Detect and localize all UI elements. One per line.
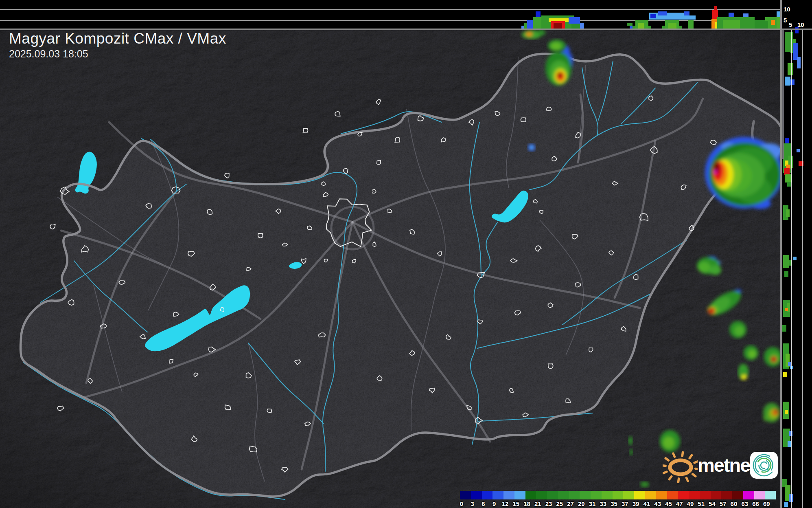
colorbar-cell-39 bbox=[634, 491, 645, 499]
strip-echo-block bbox=[658, 11, 667, 15]
strip-echo-block bbox=[785, 77, 790, 86]
colorbar-cell-43 bbox=[656, 491, 667, 499]
strip-echo-block bbox=[785, 308, 788, 311]
colorbar-cell-18 bbox=[525, 491, 536, 499]
colorbar-tick-57: 57 bbox=[720, 500, 727, 507]
corner-bg bbox=[782, 0, 812, 29]
strip-echo-block bbox=[784, 168, 790, 175]
colorbar-cell-45 bbox=[667, 491, 678, 499]
strip-echo-block bbox=[790, 79, 794, 85]
colorbar-cell-41 bbox=[645, 491, 656, 499]
colorbar-tick-25: 25 bbox=[556, 500, 563, 507]
strip-echo-block bbox=[743, 13, 749, 17]
colorbar-tick-54: 54 bbox=[709, 500, 716, 507]
metnet-app-icon[interactable] bbox=[750, 451, 778, 479]
colorbar-tick-49: 49 bbox=[687, 500, 694, 507]
colorbar-tick-12: 12 bbox=[502, 500, 509, 507]
colorbar-cell-57 bbox=[721, 491, 732, 499]
colorbar-tick-21: 21 bbox=[534, 500, 541, 507]
strip-echo-block bbox=[627, 23, 633, 26]
colorbar-tick-37: 37 bbox=[622, 500, 628, 507]
colorbar-cell-12 bbox=[503, 491, 514, 499]
colorbar-cell-15 bbox=[514, 491, 525, 499]
strip-echo-block bbox=[785, 174, 792, 183]
strip-echo-block bbox=[638, 23, 644, 29]
colorbar-tick-41: 41 bbox=[643, 500, 650, 507]
metnet-logo[interactable]: metnet bbox=[663, 447, 781, 483]
colorbar-tick-47: 47 bbox=[676, 500, 683, 507]
strip-echo-block bbox=[797, 57, 801, 68]
strip-echo-block bbox=[785, 138, 789, 144]
right-strip-edge-bar bbox=[782, 30, 784, 159]
colorbar-cell-66 bbox=[754, 491, 765, 499]
strip-echo-block bbox=[785, 410, 788, 414]
colorbar-cell-54 bbox=[711, 491, 722, 499]
top-axis-5km-label: 5 bbox=[784, 17, 787, 23]
colorbar-cell-37 bbox=[623, 491, 634, 499]
colorbar-cell-51 bbox=[700, 491, 711, 499]
metnet-wordmark: metnet bbox=[698, 454, 755, 476]
colorbar-tick-69: 69 bbox=[763, 500, 770, 507]
colorbar-tick-3: 3 bbox=[471, 500, 474, 507]
strip-echo-block bbox=[788, 362, 791, 366]
colorbar-tick-51: 51 bbox=[698, 500, 705, 507]
top-axis-10km-label: 10 bbox=[784, 6, 790, 12]
dbz-colorbar: 0369121518212325272931333537394143454749… bbox=[460, 491, 776, 507]
strip-echo-block bbox=[723, 20, 740, 29]
colorbar-tick-18: 18 bbox=[523, 500, 530, 507]
colorbar-tick-33: 33 bbox=[600, 500, 607, 507]
colorbar-cell-60 bbox=[732, 491, 743, 499]
colorbar-tick-43: 43 bbox=[654, 500, 661, 507]
colorbar-tick-15: 15 bbox=[512, 500, 519, 507]
colorbar-cell-29 bbox=[580, 491, 591, 499]
colorbar-cell-33 bbox=[602, 491, 613, 499]
colorbar-cell-49 bbox=[689, 491, 700, 499]
sun-icon bbox=[663, 451, 698, 483]
strip-echo-block bbox=[580, 23, 584, 29]
colorbar-tick-31: 31 bbox=[589, 500, 596, 507]
strip-echo-block bbox=[687, 15, 696, 20]
strip-echo-block bbox=[783, 255, 789, 268]
vmax-projection-strips bbox=[0, 0, 812, 508]
strip-echo-block bbox=[788, 441, 791, 447]
strip-echo-block bbox=[777, 17, 780, 29]
colorbar-tick-63: 63 bbox=[741, 500, 748, 507]
strip-echo-block bbox=[793, 257, 797, 260]
strip-echo-block bbox=[784, 502, 788, 507]
strip-echo-block bbox=[787, 182, 791, 187]
strip-echo-block bbox=[712, 10, 718, 19]
colorbar-cell-27 bbox=[569, 491, 580, 499]
colorbar-cell-0 bbox=[460, 491, 471, 499]
strip-echo-block bbox=[688, 20, 694, 29]
colorbar-cell-69 bbox=[765, 491, 776, 499]
strip-echo-block bbox=[571, 24, 580, 29]
strip-echo-block bbox=[569, 17, 580, 24]
strip-echo-block bbox=[533, 17, 541, 29]
colorbar-tick-6: 6 bbox=[482, 500, 485, 507]
strip-echo-block bbox=[777, 11, 780, 17]
colorbar-tick-60: 60 bbox=[731, 500, 738, 507]
colorbar-cell-3 bbox=[471, 491, 482, 499]
strip-echo-block bbox=[788, 63, 793, 75]
colorbar-tick-39: 39 bbox=[633, 500, 639, 507]
strip-echo-block bbox=[554, 23, 562, 29]
colorbar-cell-23 bbox=[547, 491, 558, 499]
strip-echo-block bbox=[771, 20, 775, 25]
strip-echo-block bbox=[789, 494, 793, 502]
colorbar-tick-66: 66 bbox=[752, 500, 759, 507]
vertical-divider bbox=[780, 0, 782, 508]
strip-echo-block bbox=[668, 23, 676, 29]
colorbar-tick-45: 45 bbox=[665, 500, 672, 507]
strip-echo-block bbox=[797, 149, 800, 152]
page-title: Magyar Kompozit CMax / VMax bbox=[9, 30, 226, 47]
colorbar-tick-35: 35 bbox=[611, 500, 617, 507]
colorbar-tick-29: 29 bbox=[578, 500, 585, 507]
colorbar-cell-21 bbox=[536, 491, 547, 499]
timestamp: 2025.09.03 18:05 bbox=[9, 48, 88, 60]
strip-echo-block bbox=[521, 26, 524, 29]
colorbar-tick-0: 0 bbox=[460, 500, 463, 507]
strip-echo-block bbox=[630, 26, 633, 29]
colorbar-cell-35 bbox=[613, 491, 624, 499]
colorbar-tick-27: 27 bbox=[567, 500, 574, 507]
strip-echo-block bbox=[783, 372, 787, 377]
